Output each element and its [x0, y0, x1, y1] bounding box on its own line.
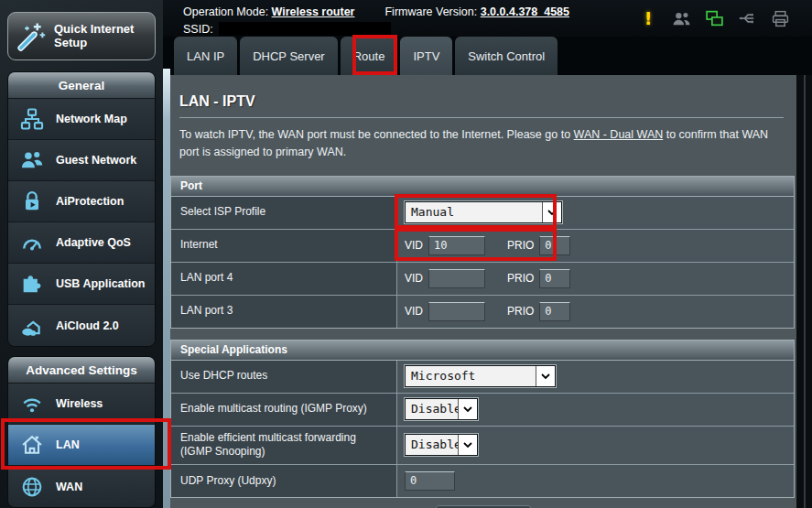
page-title: LAN - IPTV	[179, 93, 784, 110]
lan-port-4-vid-input[interactable]	[428, 269, 485, 288]
content-edge-strip	[163, 69, 170, 508]
tab-lan-ip[interactable]: LAN IP	[174, 37, 237, 75]
quick-internet-setup-button[interactable]: Quick Internet Setup	[7, 12, 156, 60]
udp-proxy-input[interactable]	[405, 471, 455, 491]
row-label: Enable multicast routing (IGMP Proxy)	[171, 394, 397, 426]
table-row-lan-port-3: LAN port 3 VID PRIO	[171, 296, 794, 328]
sidebar-item-lan[interactable]: LAN	[8, 425, 155, 466]
sidebar-item-label: Guest Network	[56, 154, 136, 167]
ssid-line: SSID:	[183, 22, 391, 36]
banner-icons: !	[638, 8, 790, 28]
table-row-use-dhcp-routes: Use DHCP routes Microsoft	[171, 361, 794, 394]
operation-mode-label: Operation Mode:	[183, 5, 268, 18]
magic-wand-icon	[15, 20, 48, 53]
sidebar-item-usb-application[interactable]: USB Application	[8, 264, 155, 305]
adaptive-qos-icon	[16, 230, 48, 255]
guest-network-icon	[16, 147, 48, 173]
sidebar-item-label: Network Map	[56, 113, 127, 125]
chevron-down-icon	[542, 202, 561, 222]
description-text-before: To watch IPTV, the WAN port must be conn…	[179, 128, 574, 141]
aiprotection-icon	[16, 189, 48, 214]
dhcp-routes-selected-value: Microsoft	[406, 366, 536, 386]
sidebar-item-aiprotection[interactable]: AiProtection	[8, 181, 155, 222]
isp-profile-selected-value: Manual	[406, 202, 542, 222]
network-devices-icon[interactable]	[704, 8, 724, 28]
igmp-proxy-selected-value: Disable	[406, 399, 458, 419]
chevron-down-icon	[536, 366, 555, 386]
tab-route[interactable]: Route	[341, 37, 398, 75]
sidebar-item-guest-network[interactable]: Guest Network	[8, 140, 155, 181]
firmware-version-label: Firmware Version:	[384, 5, 477, 18]
chevron-down-icon	[458, 399, 477, 419]
main-content: LAN - IPTV To watch IPTV, the WAN port m…	[170, 75, 796, 508]
row-label: LAN port 4	[171, 263, 397, 295]
tab-dhcp-server[interactable]: DHCP Server	[240, 37, 338, 75]
tab-switch-control[interactable]: Switch Control	[455, 37, 558, 75]
igmp-snooping-select[interactable]: Disable	[405, 434, 478, 456]
vid-label: VID	[405, 239, 423, 252]
firmware-alert-icon[interactable]: !	[638, 8, 658, 28]
aicloud-icon	[16, 313, 48, 339]
sidebar-header-advanced-settings: Advanced Settings	[8, 357, 155, 384]
quick-internet-setup-label: Quick Internet Setup	[54, 23, 148, 50]
prio-label: PRIO	[507, 272, 534, 285]
table-row-igmp-snooping: Enable efficient multicast forwarding (I…	[171, 427, 794, 465]
sidebar-item-network-map[interactable]: Network Map	[8, 99, 155, 140]
prio-label: PRIO	[507, 305, 534, 318]
port-table-header: Port	[171, 177, 794, 197]
printer-icon[interactable]	[770, 8, 790, 28]
lan-home-icon	[16, 432, 48, 458]
isp-profile-select[interactable]: Manual	[405, 201, 562, 223]
lan-port-4-prio-input[interactable]	[539, 269, 570, 288]
lan-port-3-prio-input[interactable]	[539, 302, 570, 321]
row-label: UDP Proxy (Udpxy)	[171, 465, 397, 497]
sidebar-section-advanced-settings: Advanced Settings Wireless LAN	[7, 356, 156, 508]
sidebar-item-adaptive-qos[interactable]: Adaptive QoS	[8, 222, 155, 264]
clients-icon[interactable]	[671, 8, 691, 28]
row-label: Use DHCP routes	[171, 361, 397, 393]
sidebar-item-label: LAN	[56, 438, 80, 451]
sidebar-item-label: WAN	[56, 481, 82, 493]
sidebar-header-general: General	[8, 72, 155, 99]
port-table: Port Select ISP Profile Manual Internet …	[170, 176, 795, 329]
dhcp-routes-select[interactable]: Microsoft	[405, 365, 556, 387]
igmp-proxy-select[interactable]: Disable	[405, 398, 478, 420]
usb-application-icon	[16, 271, 48, 297]
ssid-redacted-value	[219, 22, 391, 36]
sidebar-item-wan[interactable]: WAN	[8, 466, 155, 507]
row-label: Internet	[171, 230, 397, 262]
usb-icon[interactable]	[737, 8, 757, 28]
network-map-icon	[16, 106, 48, 132]
chevron-down-icon	[458, 435, 477, 455]
sidebar-item-label: AiCloud 2.0	[56, 319, 119, 332]
ssid-label: SSID:	[183, 23, 213, 36]
banner-status-line: Operation Mode: Wireless router Firmware…	[183, 5, 569, 18]
sidebar-item-label: USB Application	[56, 277, 145, 290]
table-row-internet: Internet VID PRIO	[171, 230, 794, 263]
table-row-udp-proxy: UDP Proxy (Udpxy)	[171, 465, 794, 497]
sidebar-section-general: General Network Map	[7, 71, 156, 347]
firmware-version-link[interactable]: 3.0.0.4.378_4585	[481, 5, 569, 18]
title-divider	[179, 117, 784, 118]
sidebar-item-label: AiProtection	[56, 195, 124, 208]
table-row-igmp-proxy: Enable multicast routing (IGMP Proxy) Di…	[171, 394, 794, 427]
special-applications-header: Special Applications	[171, 340, 794, 361]
sidebar-item-wireless[interactable]: Wireless	[8, 384, 155, 425]
right-edge-line	[804, 75, 806, 508]
tab-bar: LAN IP DHCP Server Route IPTV Switch Con…	[163, 37, 812, 75]
operation-mode-link[interactable]: Wireless router	[272, 5, 355, 18]
row-label: Select ISP Profile	[171, 197, 397, 229]
vid-label: VID	[405, 272, 423, 285]
special-applications-table: Special Applications Use DHCP routes Mic…	[170, 340, 795, 498]
internet-prio-input[interactable]	[539, 236, 570, 255]
wan-dual-wan-link[interactable]: WAN - Dual WAN	[574, 128, 664, 141]
vid-label: VID	[405, 305, 423, 318]
page-description: To watch IPTV, the WAN port must be conn…	[179, 126, 782, 162]
sidebar: Quick Internet Setup General Network Map	[0, 0, 163, 508]
sidebar-item-label: Wireless	[56, 397, 103, 410]
internet-vid-input[interactable]	[428, 236, 485, 255]
lan-port-3-vid-input[interactable]	[428, 302, 485, 321]
sidebar-item-aicloud[interactable]: AiCloud 2.0	[8, 305, 155, 346]
row-label: LAN port 3	[171, 296, 397, 328]
tab-iptv[interactable]: IPTV	[400, 37, 452, 75]
